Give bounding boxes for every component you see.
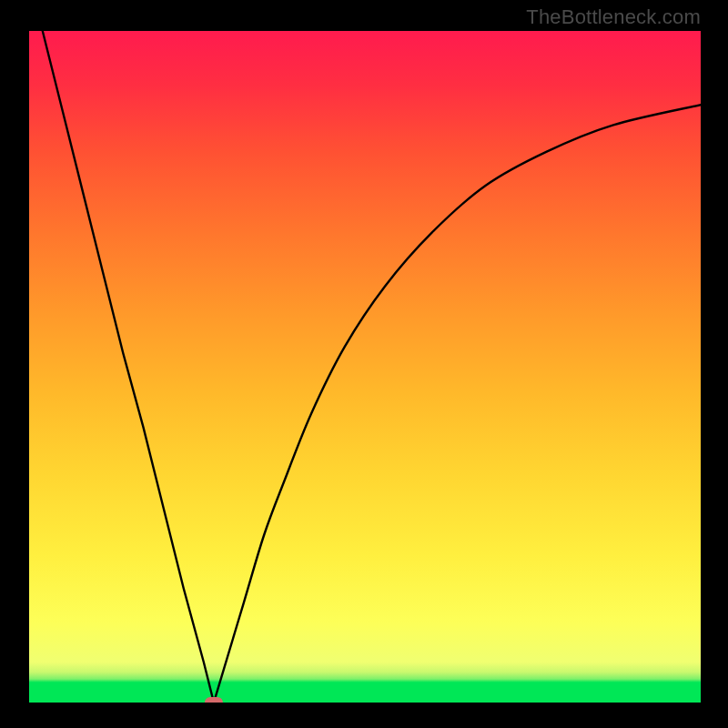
plot-area xyxy=(29,31,701,703)
chart-frame: TheBottleneck.com xyxy=(0,0,728,728)
gradient-background xyxy=(29,31,701,703)
bottleneck-point xyxy=(205,697,223,703)
bottleneck-point-marker xyxy=(205,697,223,703)
watermark-label: TheBottleneck.com xyxy=(526,5,701,29)
chart-svg xyxy=(29,31,701,703)
